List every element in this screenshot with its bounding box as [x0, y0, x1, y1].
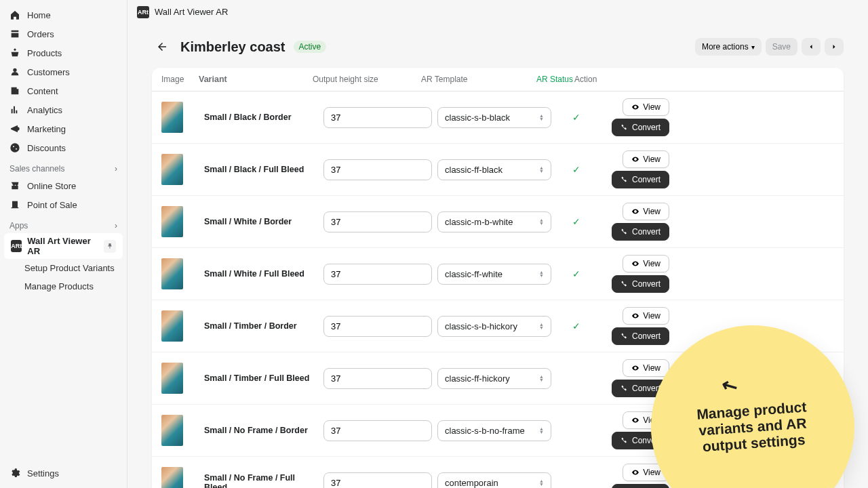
select-spinner-icon: ▲▼ [539, 166, 544, 173]
variant-thumbnail [161, 467, 183, 488]
ar-template-select[interactable]: classic-m-b-white ▲▼ [437, 211, 551, 232]
variant-name: Small / White / Full Bleed [204, 269, 318, 279]
nav-customers[interactable]: Customers [0, 62, 127, 81]
th-status: AR Status [535, 75, 574, 84]
sidebar-app-wall-art[interactable]: ARt Wall Art Viewer AR [4, 233, 123, 259]
nav-home[interactable]: Home [0, 5, 127, 24]
ar-template-select[interactable]: classic-ff-hickory ▲▼ [437, 368, 551, 389]
select-spinner-icon: ▲▼ [539, 218, 544, 225]
sidebar: Home Orders Products Customers Content A… [0, 0, 127, 488]
app-icon: ARt [11, 240, 22, 252]
nav-analytics[interactable]: Analytics [0, 100, 127, 119]
status-badge: Active [294, 41, 327, 53]
check-icon: ✓ [572, 164, 580, 175]
nav-content[interactable]: Content [0, 81, 127, 100]
convert-button[interactable]: Convert [612, 327, 669, 345]
view-button[interactable]: View [623, 255, 669, 272]
sales-channels-header: Sales channels › [0, 157, 127, 176]
variant-thumbnail [161, 363, 183, 394]
th-template: AR Template [421, 75, 535, 84]
back-button[interactable] [152, 37, 172, 57]
variant-thumbnail [161, 206, 183, 237]
variant-thumbnail [161, 258, 183, 289]
next-button[interactable] [825, 38, 844, 56]
convert-button[interactable]: Convert [612, 275, 669, 293]
table-row: Small / Black / Full Bleed classic-ff-bl… [152, 144, 844, 196]
output-height-input[interactable] [323, 107, 432, 128]
output-height-input[interactable] [323, 472, 432, 489]
view-button[interactable]: View [623, 203, 669, 220]
ar-template-select[interactable]: classic-s-b-no-frame ▲▼ [437, 420, 551, 441]
ar-template-select[interactable]: classic-ff-white ▲▼ [437, 264, 551, 285]
ar-template-select[interactable]: classic-s-b-hickory ▲▼ [437, 316, 551, 337]
variant-name: Small / No Frame / Full Bleed [204, 473, 318, 488]
discounts-icon [9, 142, 20, 153]
main: ARt Wall Art Viewer AR Kimberley coast A… [127, 0, 868, 488]
view-button[interactable]: View [623, 150, 669, 168]
prev-button[interactable] [802, 38, 821, 56]
convert-button[interactable]: Convert [612, 484, 669, 488]
convert-button[interactable]: Convert [612, 119, 669, 136]
channel-icon [9, 180, 20, 191]
view-button[interactable]: View [623, 359, 669, 377]
products-icon [9, 47, 20, 58]
arrow-icon: ↖ [717, 372, 741, 399]
output-height-input[interactable] [323, 211, 432, 232]
ar-template-select[interactable]: contemporain ▲▼ [437, 472, 551, 489]
channel-online-store[interactable]: Online Store [0, 176, 127, 195]
table-row: Small / White / Full Bleed classic-ff-wh… [152, 248, 844, 300]
nav-marketing[interactable]: Marketing [0, 119, 127, 138]
table-row: Small / White / Border classic-m-b-white… [152, 196, 844, 248]
variant-name: Small / Timber / Full Bleed [204, 373, 318, 383]
output-height-input[interactable] [323, 368, 432, 389]
select-spinner-icon: ▲▼ [539, 323, 544, 329]
output-height-input[interactable] [323, 316, 432, 337]
convert-button[interactable]: Convert [612, 223, 669, 241]
pin-icon[interactable] [104, 240, 116, 253]
channel-point-of-sale[interactable]: Point of Sale [0, 195, 127, 214]
variant-name: Small / Black / Border [204, 113, 318, 122]
settings-nav[interactable]: Settings [0, 464, 127, 483]
nav-products[interactable]: Products [0, 43, 127, 62]
output-height-input[interactable] [323, 264, 432, 285]
th-image: Image [161, 75, 199, 84]
marketing-icon [9, 123, 20, 134]
nav-discounts[interactable]: Discounts [0, 138, 127, 157]
app-badge-icon: ARt [137, 6, 149, 18]
th-action: Action [574, 75, 642, 84]
convert-button[interactable]: Convert [612, 171, 669, 188]
analytics-icon [9, 104, 20, 115]
variant-thumbnail [161, 310, 183, 342]
content-icon [9, 85, 20, 96]
more-actions-button[interactable]: More actions ▾ [695, 38, 762, 56]
topbar: ARt Wall Art Viewer AR [127, 0, 868, 24]
customers-icon [9, 66, 20, 77]
variant-thumbnail [161, 102, 183, 133]
ar-template-select[interactable]: classic-ff-black ▲▼ [437, 159, 551, 180]
nav-orders[interactable]: Orders [0, 24, 127, 43]
content: Kimberley coast Active More actions ▾ Sa… [127, 24, 868, 488]
check-icon: ✓ [572, 216, 580, 227]
page-title: Kimberley coast [180, 39, 285, 55]
home-icon [9, 9, 20, 20]
output-height-input[interactable] [323, 420, 432, 441]
chevron-right-icon: › [115, 164, 117, 174]
select-spinner-icon: ▲▼ [539, 427, 544, 434]
save-button[interactable]: Save [766, 38, 797, 56]
variant-thumbnail [161, 154, 183, 185]
app-sub-manage-products[interactable]: Manage Products [0, 277, 127, 296]
variant-name: Small / No Frame / Border [204, 426, 318, 435]
select-spinner-icon: ▲▼ [539, 479, 544, 486]
ar-template-select[interactable]: classic-s-b-black ▲▼ [437, 107, 551, 128]
check-icon: ✓ [572, 268, 580, 279]
variant-name: Small / White / Border [204, 217, 318, 226]
th-variant: Variant [199, 75, 313, 84]
view-button[interactable]: View [623, 307, 669, 325]
view-button[interactable]: View [623, 98, 669, 116]
channel-icon [9, 199, 20, 210]
orders-icon [9, 28, 20, 39]
gear-icon [9, 468, 20, 479]
app-sub-setup-product-variants[interactable]: Setup Product Variants [0, 259, 127, 277]
output-height-input[interactable] [323, 159, 432, 180]
chevron-down-icon: ▾ [751, 43, 755, 51]
